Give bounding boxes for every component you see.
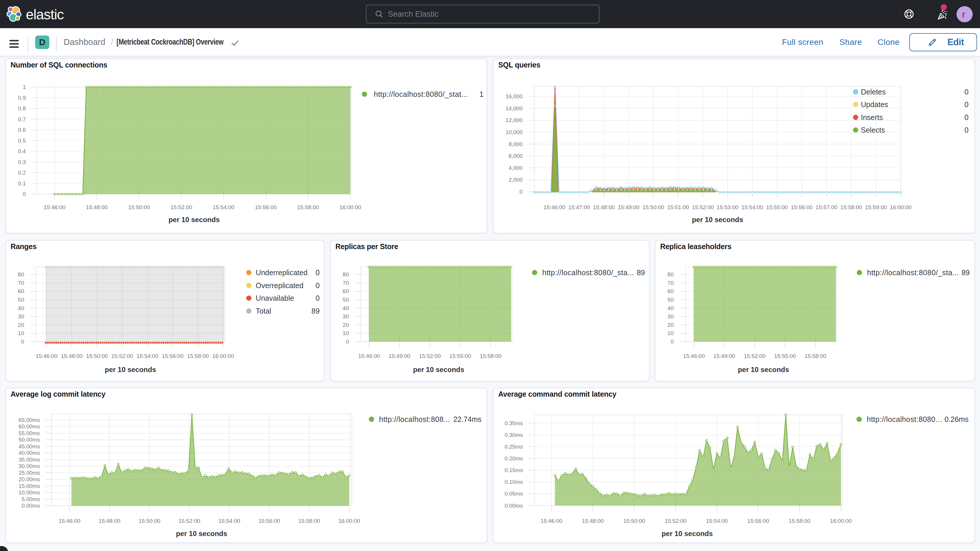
svg-text:10.00ms: 10.00ms xyxy=(19,489,40,495)
svg-text:20: 20 xyxy=(343,322,349,328)
svg-text:per 10 seconds: per 10 seconds xyxy=(662,530,713,538)
svg-text:15:52:00: 15:52:00 xyxy=(692,204,714,210)
svg-text:0.15ms: 0.15ms xyxy=(505,467,523,473)
svg-text:10: 10 xyxy=(18,330,24,336)
svg-text:20: 20 xyxy=(668,322,674,328)
svg-text:0.4: 0.4 xyxy=(18,148,26,154)
svg-text:50: 50 xyxy=(343,297,349,303)
svg-text:15:54:00: 15:54:00 xyxy=(741,204,763,210)
svg-text:15:58:00: 15:58:00 xyxy=(840,204,862,210)
svg-text:15:48:00: 15:48:00 xyxy=(86,204,108,210)
svg-text:15:52:00: 15:52:00 xyxy=(111,353,133,359)
svg-text:15:52:00: 15:52:00 xyxy=(744,353,765,359)
svg-text:0.20ms: 0.20ms xyxy=(505,455,523,462)
svg-text:15:52:00: 15:52:00 xyxy=(170,204,192,210)
svg-text:15:46:00: 15:46:00 xyxy=(36,353,57,359)
svg-text:15:55:00: 15:55:00 xyxy=(774,353,796,359)
svg-text:70: 70 xyxy=(343,280,349,286)
svg-text:16:00:00: 16:00:00 xyxy=(338,518,360,524)
svg-text:0.00ms: 0.00ms xyxy=(22,503,40,509)
svg-text:16:00:00: 16:00:00 xyxy=(339,204,361,210)
svg-text:per 10 seconds: per 10 seconds xyxy=(105,366,156,374)
svg-text:15:50:00: 15:50:00 xyxy=(138,518,160,524)
svg-text:40.00ms: 40.00ms xyxy=(19,450,40,456)
svg-text:15:56:00: 15:56:00 xyxy=(162,353,184,359)
svg-text:15:48:00: 15:48:00 xyxy=(99,518,120,524)
svg-text:0.1: 0.1 xyxy=(18,180,26,186)
svg-text:20.00ms: 20.00ms xyxy=(19,476,40,483)
svg-text:40: 40 xyxy=(668,305,674,311)
svg-text:15:59:00: 15:59:00 xyxy=(865,204,887,210)
svg-text:15:50:00: 15:50:00 xyxy=(128,204,150,210)
svg-text:15:56:00: 15:56:00 xyxy=(255,204,277,210)
svg-text:15:47:00: 15:47:00 xyxy=(568,204,590,210)
svg-text:45.00ms: 45.00ms xyxy=(19,443,40,449)
svg-text:15:49:00: 15:49:00 xyxy=(617,204,640,210)
svg-text:0: 0 xyxy=(22,191,26,197)
svg-text:15:58:00: 15:58:00 xyxy=(187,353,209,359)
svg-text:15:52:00: 15:52:00 xyxy=(178,518,200,524)
svg-text:0.5: 0.5 xyxy=(18,137,26,143)
svg-text:15:52:00: 15:52:00 xyxy=(665,518,686,524)
svg-text:per 10 seconds: per 10 seconds xyxy=(692,216,743,224)
svg-text:0.7: 0.7 xyxy=(18,116,26,122)
svg-text:15:52:00: 15:52:00 xyxy=(419,353,441,359)
svg-text:per 10 seconds: per 10 seconds xyxy=(413,366,465,374)
svg-text:15:57:00: 15:57:00 xyxy=(816,204,837,210)
svg-text:15:58:00: 15:58:00 xyxy=(298,518,320,524)
svg-text:10: 10 xyxy=(343,330,349,336)
svg-text:per 10 seconds: per 10 seconds xyxy=(169,216,220,224)
svg-text:15:50:00: 15:50:00 xyxy=(643,204,664,210)
svg-text:0.00ms: 0.00ms xyxy=(505,503,523,509)
svg-text:15:55:00: 15:55:00 xyxy=(766,204,788,210)
svg-text:15:58:00: 15:58:00 xyxy=(297,204,319,210)
svg-text:55.00ms: 55.00ms xyxy=(19,430,40,436)
svg-text:15:58:00: 15:58:00 xyxy=(789,518,810,524)
svg-text:15:50:00: 15:50:00 xyxy=(623,518,645,524)
svg-text:0.30ms: 0.30ms xyxy=(505,432,523,438)
svg-text:15:46:00: 15:46:00 xyxy=(44,204,65,210)
svg-text:0: 0 xyxy=(346,339,349,345)
svg-text:15:49:00: 15:49:00 xyxy=(713,353,735,359)
svg-text:0.8: 0.8 xyxy=(18,105,26,111)
svg-text:15:54:00: 15:54:00 xyxy=(219,518,240,524)
svg-text:60: 60 xyxy=(668,288,674,294)
svg-text:0.05ms: 0.05ms xyxy=(505,490,523,497)
svg-text:0: 0 xyxy=(670,339,674,345)
svg-text:15:54:00: 15:54:00 xyxy=(137,353,158,359)
svg-text:15:46:00: 15:46:00 xyxy=(544,204,565,210)
svg-text:15:46:00: 15:46:00 xyxy=(541,518,563,524)
svg-text:50.00ms: 50.00ms xyxy=(19,436,40,443)
svg-text:15:53:00: 15:53:00 xyxy=(717,204,738,210)
svg-text:4,000: 4,000 xyxy=(509,165,523,171)
svg-text:5.00ms: 5.00ms xyxy=(22,496,40,502)
svg-text:15:56:00: 15:56:00 xyxy=(747,518,769,524)
svg-text:15:54:00: 15:54:00 xyxy=(706,518,728,524)
svg-text:16:00:00: 16:00:00 xyxy=(830,518,852,524)
svg-text:0.6: 0.6 xyxy=(18,127,26,133)
svg-text:15.00ms: 15.00ms xyxy=(19,483,40,489)
svg-text:6,000: 6,000 xyxy=(509,153,523,159)
svg-text:30.00ms: 30.00ms xyxy=(19,463,40,469)
svg-text:2,000: 2,000 xyxy=(509,177,523,183)
svg-text:30: 30 xyxy=(668,313,674,320)
svg-text:15:58:00: 15:58:00 xyxy=(480,353,501,359)
svg-text:70: 70 xyxy=(668,280,674,286)
svg-text:15:54:00: 15:54:00 xyxy=(213,204,234,210)
svg-text:15:46:00: 15:46:00 xyxy=(683,353,705,359)
svg-text:15:48:00: 15:48:00 xyxy=(61,353,83,359)
svg-text:15:48:00: 15:48:00 xyxy=(593,204,615,210)
svg-text:15:56:00: 15:56:00 xyxy=(258,518,280,524)
svg-text:8,000: 8,000 xyxy=(509,141,523,147)
svg-text:15:58:00: 15:58:00 xyxy=(805,353,826,359)
svg-text:30: 30 xyxy=(343,313,349,320)
svg-text:15:46:00: 15:46:00 xyxy=(358,353,380,359)
svg-text:0: 0 xyxy=(519,189,523,195)
svg-text:60: 60 xyxy=(343,288,349,294)
svg-text:15:49:00: 15:49:00 xyxy=(388,353,410,359)
svg-text:40: 40 xyxy=(343,305,349,311)
svg-text:25.00ms: 25.00ms xyxy=(19,470,40,476)
svg-text:16:00:00: 16:00:00 xyxy=(890,204,912,210)
svg-text:0.2: 0.2 xyxy=(18,170,26,176)
svg-text:16:00:00: 16:00:00 xyxy=(212,353,234,359)
